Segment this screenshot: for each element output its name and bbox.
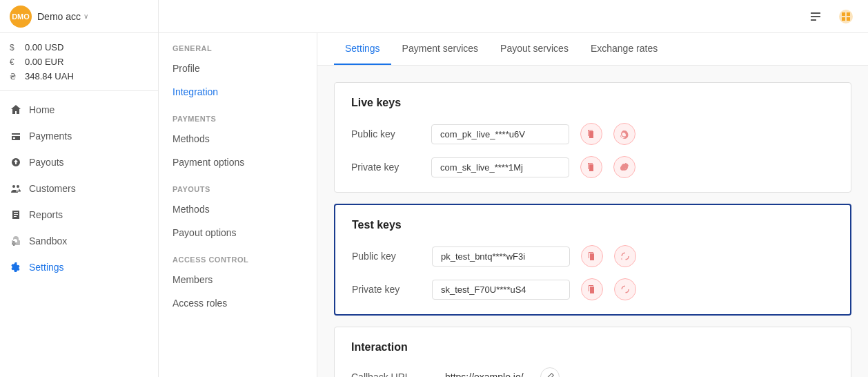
settings-nav-members[interactable]: Members: [159, 268, 317, 291]
interaction-card: Interaction Callback URL https://example…: [334, 327, 851, 377]
live-private-key-label: Private key: [351, 162, 420, 173]
settings-nav-payment-options[interactable]: Payment options: [159, 151, 317, 174]
settings-nav-payout-methods[interactable]: Methods: [159, 197, 317, 221]
account-selector[interactable]: Demo acc ∨: [37, 11, 88, 22]
callback-url-value: https://example.io/: [445, 371, 524, 377]
settings-nav-payout-options[interactable]: Payout options: [159, 221, 317, 244]
payouts-group-label: PAYOUTS: [159, 174, 317, 197]
test-public-key-label: Public key: [352, 251, 421, 262]
sidebar-item-label: Payments: [29, 130, 72, 142]
test-private-key-label: Private key: [352, 284, 421, 295]
balance-usd: $ 0.00 USD: [10, 40, 148, 55]
test-private-key-input[interactable]: [432, 280, 570, 300]
sidebar-item-settings[interactable]: Settings: [0, 254, 158, 280]
test-keys-title: Test keys: [352, 219, 834, 231]
sidebar-item-home[interactable]: Home: [0, 97, 158, 123]
tab-settings[interactable]: Settings: [334, 33, 391, 65]
callback-url-edit-button[interactable]: [540, 367, 560, 377]
customers-icon: [10, 182, 22, 195]
content-scroll: Live keys Public key Private key: [317, 66, 868, 377]
content-area: Settings Payment services Payout service…: [317, 33, 868, 377]
test-keys-card: Test keys Public key Private key: [334, 204, 851, 316]
sidebar-item-sandbox[interactable]: {} Sandbox: [0, 228, 158, 254]
docs-icon[interactable]: [805, 6, 827, 28]
svg-text:{}: {}: [12, 240, 16, 246]
balance-uah: ₴ 348.84 UAH: [10, 69, 148, 84]
eur-value: 0.00 EUR: [25, 57, 63, 67]
usd-value: 0.00 USD: [25, 42, 63, 52]
sidebar-item-label: Sandbox: [29, 235, 67, 246]
settings-nav-integration[interactable]: Integration: [159, 80, 317, 104]
live-private-key-input[interactable]: [431, 157, 569, 177]
payments-icon: [10, 130, 22, 142]
live-public-key-copy-button[interactable]: [580, 123, 602, 145]
settings-sidebar-nav: GENERAL Profile Integration PAYMENTS Met…: [159, 33, 317, 377]
live-public-key-label: Public key: [351, 128, 420, 139]
dollar-icon: $: [10, 43, 19, 52]
live-public-key-refresh-button[interactable]: [613, 123, 635, 145]
general-group-label: GENERAL: [159, 33, 317, 57]
balances-section: $ 0.00 USD € 0.00 EUR ₴ 348.84 UAH: [0, 33, 158, 91]
settings-nav-access-roles[interactable]: Access roles: [159, 291, 317, 315]
svg-point-1: [839, 10, 853, 23]
page-content: GENERAL Profile Integration PAYMENTS Met…: [159, 33, 868, 377]
account-name: Demo acc: [37, 11, 81, 22]
main-container: GENERAL Profile Integration PAYMENTS Met…: [159, 0, 868, 377]
test-public-key-row: Public key: [352, 245, 834, 267]
sidebar-item-label: Home: [29, 104, 55, 115]
live-public-key-input[interactable]: [431, 124, 569, 144]
sidebar-item-label: Reports: [29, 209, 63, 220]
live-keys-title: Live keys: [351, 97, 834, 109]
payouts-icon: [10, 156, 22, 168]
sidebar-item-reports[interactable]: Reports: [0, 202, 158, 228]
home-icon: [10, 104, 22, 116]
sidebar-item-payouts[interactable]: Payouts: [0, 149, 158, 175]
top-bar: [159, 0, 868, 33]
interaction-title: Interaction: [351, 341, 834, 354]
tabs-bar: Settings Payment services Payout service…: [317, 33, 868, 66]
live-keys-card: Live keys Public key Private key: [334, 82, 851, 193]
live-private-key-refresh-button[interactable]: [613, 156, 635, 178]
live-public-key-row: Public key: [351, 123, 834, 145]
chevron-down-icon: ∨: [83, 12, 88, 20]
sidebar-item-payments[interactable]: Payments: [0, 123, 158, 149]
sidebar-item-label: Payouts: [29, 157, 64, 168]
live-private-key-row: Private key: [351, 156, 834, 178]
sidebar: DMO Demo acc ∨ $ 0.00 USD € 0.00 EUR ₴ 3…: [0, 0, 159, 377]
tab-payment-services[interactable]: Payment services: [391, 33, 489, 65]
sidebar-item-label: Customers: [29, 183, 76, 194]
sidebar-header: DMO Demo acc ∨: [0, 0, 158, 33]
tab-payout-services[interactable]: Payout services: [489, 33, 580, 65]
balance-eur: € 0.00 EUR: [10, 55, 148, 69]
grid-icon[interactable]: [835, 6, 857, 28]
sidebar-item-label: Settings: [29, 262, 64, 273]
test-public-key-input[interactable]: [432, 246, 570, 267]
sidebar-item-customers[interactable]: Customers: [0, 175, 158, 202]
test-public-key-copy-button[interactable]: [581, 245, 603, 267]
sandbox-icon: {}: [10, 235, 22, 247]
test-private-key-refresh-button[interactable]: [614, 278, 636, 300]
euro-icon: €: [10, 57, 19, 67]
hryvnia-icon: ₴: [10, 72, 19, 81]
reports-icon: [10, 209, 22, 221]
main-nav: Home Payments Payouts Customers Reports: [0, 91, 158, 377]
avatar: DMO: [10, 6, 32, 28]
tab-exchange-rates[interactable]: Exchange rates: [580, 33, 669, 65]
settings-icon: [10, 261, 22, 273]
callback-url-label: Callback URL: [351, 371, 434, 377]
test-private-key-copy-button[interactable]: [581, 278, 603, 300]
payments-group-label: PAYMENTS: [159, 104, 317, 127]
callback-url-row: Callback URL https://example.io/: [351, 367, 834, 377]
settings-nav-profile[interactable]: Profile: [159, 57, 317, 80]
live-private-key-copy-button[interactable]: [580, 156, 602, 178]
access-control-group-label: ACCESS CONTROL: [159, 244, 317, 268]
test-public-key-refresh-button[interactable]: [614, 245, 636, 267]
uah-value: 348.84 UAH: [25, 71, 74, 81]
test-private-key-row: Private key: [352, 278, 834, 300]
settings-nav-methods[interactable]: Methods: [159, 127, 317, 151]
